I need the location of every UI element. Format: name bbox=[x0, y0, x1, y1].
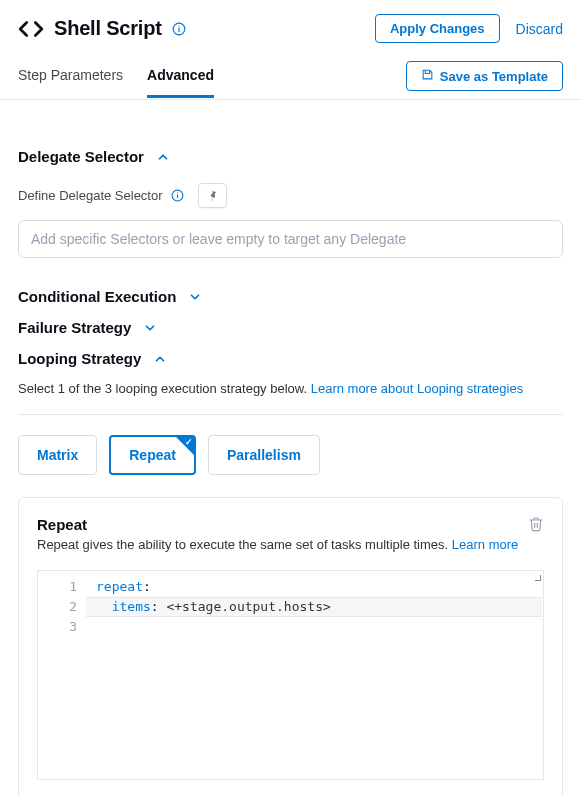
strategy-repeat-button[interactable]: Repeat ✓ bbox=[109, 435, 196, 475]
looping-strategy-title: Looping Strategy bbox=[18, 350, 141, 367]
tab-advanced[interactable]: Advanced bbox=[147, 55, 214, 98]
trash-icon[interactable] bbox=[528, 516, 544, 532]
define-delegate-selector-label: Define Delegate Selector bbox=[18, 188, 163, 203]
apply-changes-button[interactable]: Apply Changes bbox=[375, 14, 500, 43]
shell-script-icon bbox=[18, 16, 44, 42]
divider bbox=[18, 414, 563, 415]
pin-button[interactable] bbox=[198, 183, 227, 208]
repeat-code-editor[interactable]: 1 2 3 repeat: items: <+stage.output.host… bbox=[37, 570, 544, 780]
failure-strategy-section-toggle[interactable]: Failure Strategy bbox=[18, 319, 563, 336]
chevron-up-icon bbox=[153, 352, 167, 366]
repeat-title: Repeat bbox=[37, 516, 518, 533]
conditional-execution-section-toggle[interactable]: Conditional Execution bbox=[18, 288, 563, 305]
info-icon[interactable] bbox=[171, 189, 184, 202]
chevron-up-icon bbox=[156, 150, 170, 164]
save-as-template-button[interactable]: Save as Template bbox=[406, 61, 563, 91]
editor-corner-mark bbox=[535, 575, 541, 581]
repeat-desc-text: Repeat gives the ability to execute the … bbox=[37, 537, 452, 552]
looping-learn-more-link[interactable]: Learn more about Looping strategies bbox=[311, 381, 523, 396]
delegate-selector-title: Delegate Selector bbox=[18, 148, 144, 165]
code-gutter: 1 2 3 bbox=[38, 571, 86, 779]
svg-point-5 bbox=[176, 192, 177, 193]
looping-desc-text: Select 1 of the 3 looping execution stra… bbox=[18, 381, 311, 396]
chevron-down-icon bbox=[188, 290, 202, 304]
strategy-parallelism-button[interactable]: Parallelism bbox=[208, 435, 320, 475]
looping-strategy-section-toggle[interactable]: Looping Strategy bbox=[18, 350, 563, 367]
info-icon[interactable] bbox=[172, 22, 186, 36]
failure-strategy-title: Failure Strategy bbox=[18, 319, 131, 336]
template-icon bbox=[421, 68, 434, 84]
conditional-execution-title: Conditional Execution bbox=[18, 288, 176, 305]
delegate-selector-section-toggle[interactable]: Delegate Selector bbox=[18, 148, 563, 165]
chevron-down-icon bbox=[143, 321, 157, 335]
tab-step-parameters[interactable]: Step Parameters bbox=[18, 55, 123, 97]
strategy-matrix-button[interactable]: Matrix bbox=[18, 435, 97, 475]
svg-point-2 bbox=[178, 25, 179, 26]
check-icon: ✓ bbox=[185, 437, 193, 447]
delegate-selector-input[interactable] bbox=[18, 220, 563, 258]
code-content: repeat: items: <+stage.output.hosts> bbox=[96, 577, 543, 637]
discard-link[interactable]: Discard bbox=[516, 21, 563, 37]
page-title: Shell Script bbox=[54, 17, 162, 40]
repeat-learn-more-link[interactable]: Learn more bbox=[452, 537, 518, 552]
